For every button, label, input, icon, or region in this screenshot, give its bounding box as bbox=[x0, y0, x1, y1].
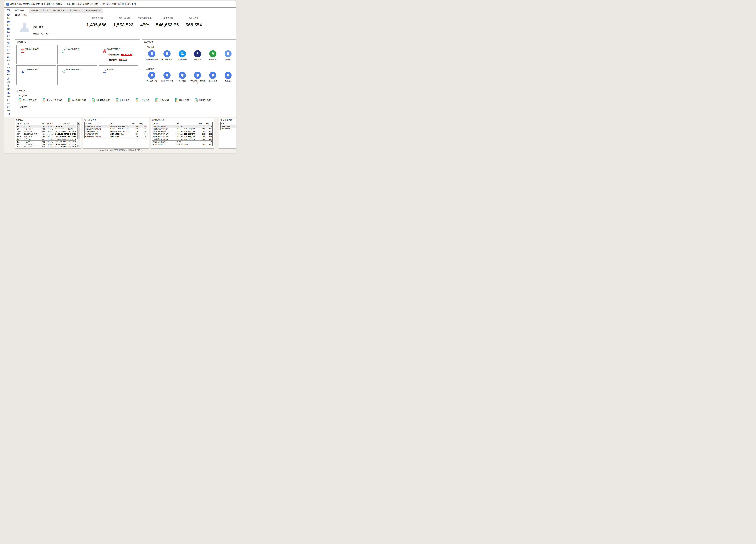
table-row[interactable]: 连盛科技股份有限公司Pentium III 800(CPU)100100 bbox=[84, 125, 147, 128]
table-row[interactable]: 仓库一我的工作台其他2025/8/1 14:22:26GNETDEMO OPEN bbox=[16, 135, 76, 138]
table-row[interactable]: 仓库一库存一览表功能2025/8/1 14:22:36Find (查询) bbox=[16, 128, 76, 130]
sidebar-item-品管[interactable]: 品管 bbox=[4, 77, 12, 84]
tab-财务业务一体化对账[interactable]: 财务业务一体化对账 bbox=[29, 8, 51, 13]
scroll-up-icon[interactable]: ▲ bbox=[77, 122, 80, 124]
function-item-销售发票[interactable]: 销售发票 bbox=[205, 50, 220, 60]
todo-value-link[interactable]: 546,653,55 bbox=[121, 53, 132, 56]
report-item-工资汇总表[interactable]: 工资汇总表 bbox=[155, 98, 169, 102]
sidebar-item-帐款[interactable]: 帐款 bbox=[4, 55, 12, 63]
table-row[interactable]: 联强国际股份有限公司针式打印机11 bbox=[152, 125, 212, 128]
column-header[interactable]: 产品 bbox=[110, 122, 131, 125]
coins-icon bbox=[179, 50, 186, 57]
function-item-财务业务一体化对账[interactable]: 财务业务一体化对账 bbox=[190, 72, 205, 84]
table-cell: 其他 bbox=[41, 140, 46, 143]
scroll-thumb[interactable] bbox=[77, 124, 80, 139]
sidebar-item-出纳[interactable]: 出纳 bbox=[4, 105, 12, 112]
report-item-付款明细表[interactable]: 付款明细表 bbox=[135, 98, 149, 102]
function-item-生产成本分摊[interactable]: 生产成本分摊 bbox=[144, 72, 159, 84]
function-item-总分类账[interactable]: 总分类账 bbox=[175, 72, 190, 84]
sidebar-item-操作[interactable]: 操作 bbox=[4, 20, 12, 27]
report-doc-icon bbox=[194, 98, 198, 102]
sidebar-item-计划[interactable]: 计划 bbox=[4, 63, 12, 70]
column-header[interactable]: 作业项 bbox=[24, 122, 41, 125]
tab-生产成本分摊[interactable]: 生产成本分摊 bbox=[51, 8, 67, 13]
tab-我的工作台[interactable]: 我的工作台× bbox=[12, 8, 29, 13]
report-item-进销存汇总表[interactable]: 进销存汇总表 bbox=[194, 98, 211, 102]
table-row[interactable]: 生产一工序报工单其他2025/8/1 14:22:16GNETDEMO OPEN bbox=[16, 140, 76, 143]
table-row[interactable]: 理文科技有限公司Pentium III 733(CPU)5050 bbox=[84, 130, 147, 133]
column-header[interactable]: 数量 bbox=[199, 122, 206, 125]
tab-单据批量生成凭证[interactable]: 单据批量生成凭证 bbox=[83, 8, 103, 13]
table-row[interactable]: D120229001 bbox=[220, 128, 236, 130]
todo-panel-title: 我的待办 bbox=[17, 41, 26, 44]
sidebar-item-生管[interactable]: 生管 bbox=[4, 70, 12, 77]
function-item-label: 总分类账 bbox=[175, 80, 190, 82]
function-item-本币收款单[interactable]: 本币收款单 bbox=[175, 50, 190, 60]
sidebar-item-成本[interactable]: 成本 bbox=[4, 91, 12, 98]
table-row[interactable]: 万国电脑股份有限公司Pentium III 850(CPU)100100 bbox=[152, 135, 212, 138]
table-cell: 厂内工单 bbox=[24, 125, 41, 128]
table-row[interactable]: 万国电脑股份有限公司Pentium III 750(CPU)100100 bbox=[152, 130, 212, 133]
sidebar-item-销售[interactable]: 销售 bbox=[4, 41, 12, 48]
bell-icon bbox=[101, 67, 105, 72]
function-item-进货费用分摊单[interactable]: 进货费用分摊单 bbox=[144, 50, 159, 60]
table-row[interactable]: 合瑞股份有限公司ACER V750珍珠白5050 bbox=[84, 133, 147, 135]
sidebar-item-库存[interactable]: 库存 bbox=[4, 48, 12, 55]
table-row[interactable]: 仓库一库存一览表其他2025/8/1 14:22:33GNETDEMO OPEN bbox=[16, 130, 76, 133]
table-row[interactable]: 万国电脑股份有限公司Pentium III 733(CPU)100100 bbox=[152, 128, 212, 130]
tab-close-icon[interactable]: × bbox=[26, 9, 27, 11]
table-row[interactable]: 生产一厂内工单打印2025/8/1 14:22:43 bbox=[16, 125, 76, 128]
function-item-生产成本分摊[interactable]: 生产成本分摊 bbox=[159, 50, 175, 60]
column-header[interactable]: 操作 bbox=[41, 122, 46, 125]
table-row[interactable]: 万国电脑股份有限公司Pentium III 866(CPU)100100 bbox=[152, 138, 212, 140]
tab-成本异动日志[interactable]: 成本异动日志 bbox=[67, 8, 83, 13]
mail-button[interactable] bbox=[4, 8, 12, 13]
column-header[interactable]: COLUMN1 bbox=[152, 122, 176, 125]
function-item-凭证录入[interactable]: 凭证录入 bbox=[220, 50, 236, 60]
report-doc-icon bbox=[135, 98, 139, 102]
report-item-应付账款明细表[interactable]: 应付账款明细表 bbox=[68, 98, 86, 102]
column-header[interactable]: 操作人 bbox=[16, 122, 24, 125]
table-row[interactable]: 生产一我的工作台其他2025/8/1 14:22:10GNETDEMO OPEN bbox=[16, 146, 76, 147]
kpi-1: 过期应付款金额1,553,523 bbox=[110, 16, 137, 29]
mail-icon bbox=[7, 9, 10, 12]
todo-card: 前面流入的工作 bbox=[16, 45, 56, 64]
function-item-资产负债表[interactable]: 资产负债表 bbox=[205, 72, 220, 84]
table-row[interactable]: 万国电脑股份有限公司Pentium III 800(CPU)100100 bbox=[152, 133, 212, 135]
table-row[interactable]: 生产一工序派工单其他2025/8/1 14:22:11GNETDEMO OPEN bbox=[16, 143, 76, 146]
table-cell: 仓库一 bbox=[16, 135, 24, 138]
column-header[interactable]: 金额 bbox=[206, 122, 212, 125]
report-item-供应商往来余额表[interactable]: 供应商往来余额表 bbox=[42, 98, 62, 102]
report-item-计件明细表[interactable]: 计件明细表 bbox=[175, 98, 189, 102]
column-header[interactable]: 金额 bbox=[139, 122, 147, 125]
sidebar-item-总账[interactable]: 总账 bbox=[4, 98, 12, 105]
table-row[interactable]: 瑞士商爱尔莆有限公司Pentium III 866(CPU)100100 bbox=[84, 128, 147, 130]
report-item-客户往来余额表[interactable]: 客户往来余额表 bbox=[18, 98, 37, 102]
column-header[interactable]: COLUMN1 bbox=[84, 122, 110, 125]
log-scrollbar[interactable]: ▲ ▼ bbox=[77, 122, 80, 147]
sidebar-item-首页[interactable]: 首页 bbox=[4, 13, 12, 20]
scroll-down-icon[interactable]: ▼ bbox=[77, 145, 80, 147]
column-header[interactable]: 操作时间 bbox=[46, 122, 63, 125]
column-header[interactable]: 产品 bbox=[176, 122, 199, 125]
table-row[interactable]: 昶碇股份有限公司复印机11 bbox=[152, 140, 212, 143]
table-row[interactable]: 雅旭电脑股份有限公司ACER V7504040 bbox=[84, 135, 147, 138]
sidebar-item-辅助[interactable]: 辅助 bbox=[4, 84, 12, 91]
invoices-to-issue-title: 待开发票列表 bbox=[84, 119, 97, 121]
table-row[interactable]: 生产一厂内工单其他2025/8/1 14:22:23GNETDEMO OPEN bbox=[16, 138, 76, 140]
function-item-多组织同步设置[interactable]: 多组织同步设置 bbox=[159, 72, 175, 84]
column-header[interactable]: 票号 bbox=[220, 122, 236, 125]
table-row[interactable]: 生产一工单工序二维码打印其他2025/8/1 14:22:31GNETDEMO … bbox=[16, 133, 76, 135]
todo-value-link[interactable]: 566,554 bbox=[119, 58, 127, 61]
column-header[interactable]: 数量 bbox=[131, 122, 139, 125]
table-row[interactable]: 康旭股份有限公司ACER V750靛蓝100100 bbox=[152, 143, 212, 146]
report-item-收款明细表[interactable]: 收款明细表 bbox=[115, 98, 130, 102]
function-item-采购发票[interactable]: 采购发票 bbox=[190, 50, 205, 60]
sidebar-item-采购[interactable]: 采购 bbox=[4, 34, 12, 41]
report-item-应收账款明细表[interactable]: 应收账款明细表 bbox=[91, 98, 110, 102]
table-row[interactable]: D111225001 bbox=[220, 125, 236, 128]
function-item-凭证录入[interactable]: 凭证录入 bbox=[220, 72, 236, 84]
sidebar-item-基本[interactable]: 基本 bbox=[4, 27, 12, 34]
column-header[interactable]: 操作内容 bbox=[63, 122, 76, 125]
title-bar: Ve 高格VEPRO 正式授权版 , 演示授权 : GNET测试167 , 测试… bbox=[4, 1, 236, 7]
